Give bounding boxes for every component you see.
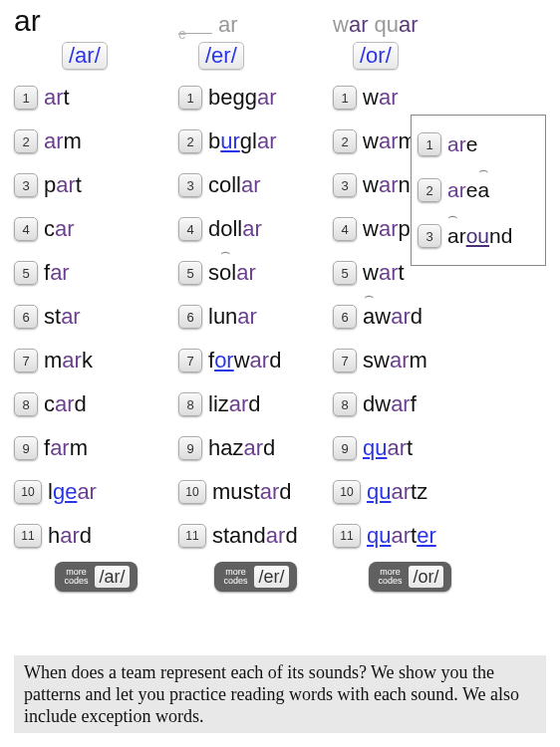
list-item: 3part (14, 163, 178, 207)
list-item: 10lgear (14, 470, 178, 514)
word[interactable]: car (44, 216, 75, 242)
list-item: 11standard (178, 514, 333, 558)
word[interactable]: beggar (208, 85, 277, 111)
item-number[interactable]: 1 (14, 86, 38, 110)
word[interactable]: farm (44, 435, 88, 461)
word[interactable]: star (44, 304, 81, 330)
word[interactable]: warn (363, 172, 411, 198)
item-number[interactable]: 1 (178, 86, 202, 110)
word[interactable]: award (363, 304, 422, 330)
item-number[interactable]: 10 (333, 480, 361, 504)
list-item: 4dollar (178, 207, 333, 251)
item-number[interactable]: 2 (178, 129, 202, 153)
item-number[interactable]: 4 (178, 217, 202, 241)
more-codes-ar[interactable]: more codes/ar/ (55, 562, 137, 592)
item-number[interactable]: 9 (333, 436, 357, 460)
word[interactable]: mark (44, 348, 93, 374)
list-item: 11quarter (333, 514, 487, 558)
word[interactable]: warm (363, 128, 417, 154)
list-item: 1art (14, 76, 178, 120)
item-number[interactable]: 7 (14, 349, 38, 373)
item-number[interactable]: 10 (178, 480, 206, 504)
word[interactable]: quart (363, 435, 413, 461)
word[interactable]: quarter (367, 523, 436, 549)
word[interactable]: quartz (367, 479, 427, 505)
list-item: 7swarm (333, 339, 487, 382)
item-number[interactable]: 7 (178, 349, 202, 373)
item-number[interactable]: 6 (333, 305, 357, 329)
column-ar: 1art2arm3part4car5far6star7mark8card9far… (14, 76, 178, 558)
item-number[interactable]: 3 (333, 173, 357, 197)
item-number[interactable]: 6 (178, 305, 202, 329)
word[interactable]: far (44, 260, 70, 286)
more-codes-er[interactable]: more codes/er/ (214, 562, 296, 592)
item-number[interactable]: 6 (14, 305, 38, 329)
list-item: 4car (14, 207, 178, 251)
word[interactable]: warp (363, 216, 411, 242)
item-number[interactable]: 2 (14, 129, 38, 153)
item-number[interactable]: 3 (14, 173, 38, 197)
word[interactable]: hard (48, 523, 92, 549)
header-row: ar /ar/ ear /er/ war quar /or/ (0, 0, 560, 70)
item-number[interactable]: 8 (333, 392, 357, 416)
word[interactable]: dwarf (363, 391, 417, 417)
item-number[interactable]: 5 (14, 261, 38, 285)
item-number[interactable]: 4 (333, 217, 357, 241)
item-number[interactable]: 3 (178, 173, 202, 197)
item-number[interactable]: 5 (333, 261, 357, 285)
word[interactable]: area (447, 178, 489, 202)
item-number[interactable]: 8 (14, 392, 38, 416)
word[interactable]: are (447, 132, 477, 156)
footer-text: When does a team represent each of its s… (14, 655, 546, 733)
sound-button-er[interactable]: /er/ (198, 42, 244, 70)
list-item: 3collar (178, 163, 333, 207)
item-number[interactable]: 1 (333, 86, 357, 110)
item-number[interactable]: 11 (14, 524, 42, 548)
heading-col2: ear (178, 4, 333, 38)
item-number[interactable]: 9 (14, 436, 38, 460)
item-number[interactable]: 7 (333, 349, 357, 373)
item-number[interactable]: 11 (178, 524, 206, 548)
word[interactable]: swarm (363, 348, 427, 374)
word[interactable]: solar (208, 260, 256, 286)
item-number[interactable]: 11 (333, 524, 361, 548)
word[interactable]: lgear (48, 479, 97, 505)
item-number[interactable]: 3 (418, 224, 441, 248)
word[interactable]: burglar (208, 128, 277, 154)
word[interactable]: wart (363, 260, 405, 286)
item-number[interactable]: 1 (418, 132, 441, 156)
item-number[interactable]: 10 (14, 480, 42, 504)
item-number[interactable]: 4 (14, 217, 38, 241)
list-item: 2arm (14, 120, 178, 163)
word[interactable]: around (447, 224, 512, 248)
list-item: 2area (418, 167, 539, 213)
item-number[interactable]: 8 (178, 392, 202, 416)
word[interactable]: arm (44, 128, 82, 154)
word[interactable]: art (44, 85, 70, 111)
word[interactable]: card (44, 391, 87, 417)
word[interactable]: dollar (208, 216, 262, 242)
item-number[interactable]: 2 (418, 178, 441, 202)
word[interactable]: part (44, 172, 82, 198)
word[interactable]: collar (208, 172, 261, 198)
heading-col3: war quar (333, 4, 482, 38)
word[interactable]: mustard (212, 479, 292, 505)
list-item: 8lizard (178, 382, 333, 426)
word[interactable]: hazard (208, 435, 275, 461)
word[interactable]: lunar (208, 304, 257, 330)
word[interactable]: standard (212, 523, 298, 549)
sound-button-or[interactable]: /or/ (353, 42, 399, 70)
word[interactable]: lizard (208, 391, 261, 417)
list-item: 7mark (14, 339, 178, 382)
item-number[interactable]: 5 (178, 261, 202, 285)
item-number[interactable]: 2 (333, 129, 357, 153)
list-item: 1war (333, 76, 487, 120)
word[interactable]: forward (208, 348, 281, 374)
list-item: 7forward (178, 339, 333, 382)
word[interactable]: war (363, 85, 398, 111)
list-item: 3around (418, 213, 539, 259)
more-codes-or[interactable]: more codes/or/ (369, 562, 450, 592)
item-number[interactable]: 9 (178, 436, 202, 460)
sound-button-ar[interactable]: /ar/ (62, 42, 108, 70)
list-item: 6lunar (178, 295, 333, 339)
